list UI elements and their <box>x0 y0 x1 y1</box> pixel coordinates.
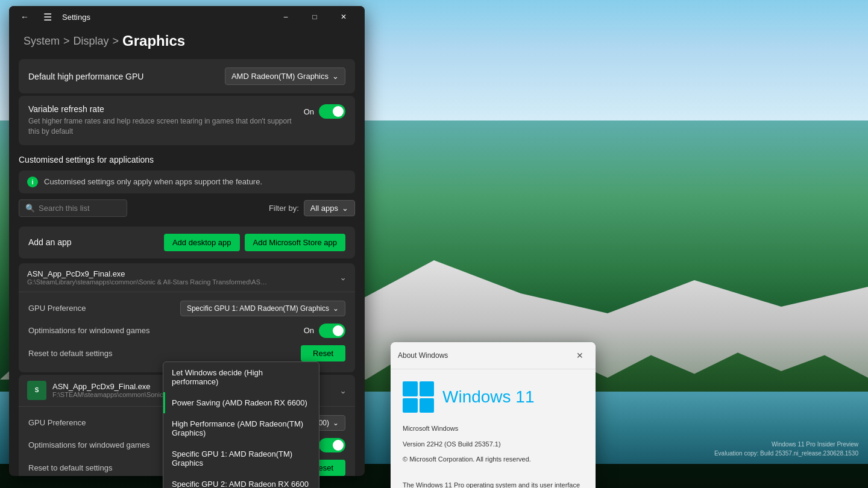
dropdown-item-1-label: Let Windows decide (High performance) <box>172 368 310 386</box>
about-brand: Windows 11 <box>442 387 535 407</box>
about-legal: The Windows 11 Pro operating system and … <box>403 480 583 488</box>
breadcrumb-sep2: > <box>113 35 119 48</box>
breadcrumb-area: System > Display > Graphics <box>9 28 365 59</box>
vrr-title: Variable refresh rate <box>28 104 294 114</box>
app-1-name: ASN_App_PcDx9_Final.exe <box>27 269 339 278</box>
dropdown-item-2[interactable]: Power Saving (AMD Radeon RX 6600) <box>163 392 319 413</box>
dropdown-item-5-label: Specific GPU 2: AMD Radeon RX 6600 <box>172 480 309 488</box>
app-2-gpu-chevron-icon: ⌄ <box>333 419 339 427</box>
titlebar-left: ← ☰ Settings <box>16 8 90 25</box>
dropdown-item-5[interactable]: Specific GPU 2: AMD Radeon RX 6600 <box>163 474 319 488</box>
filter-row: Filter by: All apps ⌄ <box>269 200 355 216</box>
add-app-label: Add an app <box>28 237 72 247</box>
app-2-gpu-label: GPU Preference <box>28 418 86 427</box>
filter-dropdown[interactable]: All apps ⌄ <box>304 200 355 216</box>
vrr-desc: Get higher frame rates and help reduce s… <box>28 116 294 137</box>
dropdown-item-3[interactable]: High Performance (AMD Radeon(TM) Graphic… <box>163 413 319 443</box>
breadcrumb-current: Graphics <box>122 33 185 49</box>
search-box[interactable]: 🔍 <box>19 199 127 217</box>
dropdown-item-3-label: High Performance (AMD Radeon(TM) Graphic… <box>172 419 310 437</box>
gpu-card: Default high performance GPU AMD Radeon(… <box>19 59 355 93</box>
about-ms-line1: Microsoft Windows <box>403 424 583 434</box>
add-app-row: Add an app Add desktop app Add Microsoft… <box>19 227 355 258</box>
about-ms-line2: Version 22H2 (OS Build 25357.1) <box>403 439 583 450</box>
dropdown-item-1[interactable]: Let Windows decide (High performance) <box>163 362 319 392</box>
app-1-reset-button[interactable]: Reset <box>301 345 345 361</box>
search-input[interactable] <box>39 204 140 213</box>
app-1-details: GPU Preference Specific GPU 1: AMD Radeo… <box>19 292 355 372</box>
win-tile-4 <box>420 398 435 413</box>
about-logo-area: Windows 11 <box>403 381 583 413</box>
maximize-button[interactable]: □ <box>301 6 329 28</box>
vrr-on-label: On <box>304 107 314 116</box>
breadcrumb-system[interactable]: System <box>24 35 60 48</box>
menu-button[interactable]: ☰ <box>39 8 56 25</box>
about-close-button[interactable]: ✕ <box>571 347 588 364</box>
app-1-opt-label: Optimisations for windowed games <box>28 326 150 335</box>
dropdown-item-2-label: Power Saving (AMD Radeon RX 6600) <box>172 398 307 407</box>
gpu-dropdown[interactable]: AMD Radeon(TM) Graphics ⌄ <box>225 67 345 85</box>
info-banner: i Customised settings only apply when ap… <box>19 170 355 193</box>
app-1-gpu-row: GPU Preference Specific GPU 1: AMD Radeo… <box>28 297 345 320</box>
search-row: 🔍 Filter by: All apps ⌄ <box>19 199 355 217</box>
windows-logo <box>403 381 434 413</box>
back-button[interactable]: ← <box>16 8 33 25</box>
about-content: Windows 11 Microsoft Windows Version 22H… <box>391 369 596 488</box>
vrr-toggle[interactable] <box>319 104 345 119</box>
add-app-buttons: Add desktop app Add Microsoft Store app <box>164 234 345 251</box>
app-2-icon: S <box>27 381 46 400</box>
app-1-gpu-dropdown[interactable]: Specific GPU 1: AMD Radeon(TM) Graphics … <box>180 301 345 316</box>
info-text: Customised settings only apply when apps… <box>44 177 262 186</box>
win-tile-3 <box>403 398 418 413</box>
dropdown-item-4-label: Specific GPU 1: AMD Radeon(TM) Graphics <box>172 449 310 468</box>
taskbar-watermark: Windows 11 Pro Insider Preview Evaluatio… <box>714 440 858 458</box>
add-desktop-button[interactable]: Add desktop app <box>164 234 240 251</box>
filter-label: Filter by: <box>269 204 299 213</box>
app-1-path: G:\SteamLibrary\steamapps\common\Sonic &… <box>27 278 268 286</box>
titlebar: ← ☰ Settings – □ ✕ <box>9 6 365 28</box>
search-icon: 🔍 <box>25 204 35 213</box>
app-1-reset-label: Reset to default settings <box>28 349 112 358</box>
minimize-button[interactable]: – <box>272 6 300 28</box>
win-tile-1 <box>403 381 418 396</box>
app-1-name-area: ASN_App_PcDx9_Final.exe G:\SteamLibrary\… <box>27 269 339 286</box>
watermark-line2: Evaluation copy: Build 25357.ni_release.… <box>714 449 858 458</box>
dropdown-item-4[interactable]: Specific GPU 1: AMD Radeon(TM) Graphics <box>163 443 319 474</box>
win-tile-2 <box>420 381 435 396</box>
watermark-line1: Windows 11 Pro Insider Preview <box>714 440 858 449</box>
window-title: Settings <box>62 13 90 22</box>
app-1-opt-toggle[interactable] <box>319 324 345 338</box>
breadcrumb: System > Display > Graphics <box>24 33 350 49</box>
info-icon: i <box>27 177 38 187</box>
about-titlebar: About Windows ✕ <box>391 342 596 369</box>
about-title: About Windows <box>398 351 448 360</box>
app-1-info: ASN_App_PcDx9_Final.exe G:\SteamLibrary\… <box>27 269 339 286</box>
gpu-label: Default high performance GPU <box>28 72 143 81</box>
filter-value: All apps <box>310 204 338 213</box>
breadcrumb-sep1: > <box>63 35 70 48</box>
filter-chevron-icon: ⌄ <box>342 204 348 213</box>
app-item-1-header[interactable]: ASN_App_PcDx9_Final.exe G:\SteamLibrary\… <box>19 263 355 292</box>
vrr-text: Variable refresh rate Get higher frame r… <box>28 104 304 137</box>
about-windows-dialog: About Windows ✕ Windows 11 Microsoft Win… <box>391 342 596 488</box>
app-2-opt-toggle[interactable] <box>319 438 345 452</box>
settings-section: Default high performance GPU AMD Radeon(… <box>9 59 365 145</box>
gpu-value: AMD Radeon(TM) Graphics <box>231 72 329 81</box>
gpu-dropdown-overlay: Let Windows decide (High performance) Po… <box>163 361 319 488</box>
app-1-gpu-label: GPU Preference <box>28 304 86 313</box>
vrr-row: Variable refresh rate Get higher frame r… <box>28 104 345 137</box>
app-item-1: ASN_App_PcDx9_Final.exe G:\SteamLibrary\… <box>19 263 355 372</box>
close-button[interactable]: ✕ <box>330 6 357 28</box>
app-2-reset-label: Reset to default settings <box>28 463 112 472</box>
custom-title: Customised settings for applications <box>19 155 355 164</box>
breadcrumb-display[interactable]: Display <box>74 35 109 48</box>
add-store-button[interactable]: Add Microsoft Store app <box>245 234 345 251</box>
app-1-opt-row: Optimisations for windowed games On <box>28 320 345 342</box>
vrr-card: Variable refresh rate Get higher frame r… <box>19 96 355 145</box>
app-1-opt-control: On <box>304 324 345 338</box>
gpu-chevron-icon: ⌄ <box>332 72 339 81</box>
about-body: Microsoft Windows Version 22H2 (OS Build… <box>403 424 583 488</box>
app-1-opt-on: On <box>304 326 314 335</box>
custom-section: Customised settings for applications i C… <box>9 148 365 227</box>
app-1-gpu-chevron-icon: ⌄ <box>333 304 339 313</box>
